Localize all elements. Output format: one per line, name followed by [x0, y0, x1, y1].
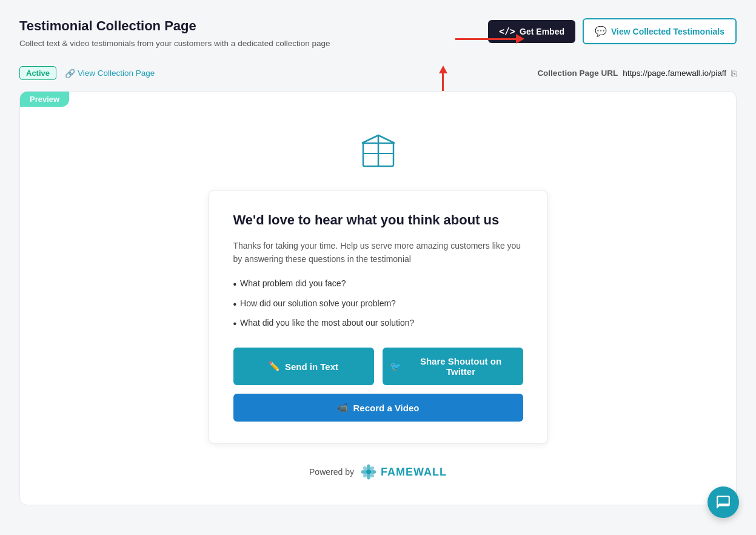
preview-badge: Preview — [20, 92, 69, 107]
view-testimonials-label: View Collected Testimonials — [611, 27, 724, 36]
status-row: Active 🔗 View Collection Page Collection… — [19, 66, 737, 80]
card-questions: What problem did you face? How did our s… — [233, 278, 523, 331]
twitter-shoutout-button[interactable]: 🐦 Share Shoutout on Twitter — [383, 348, 523, 385]
embed-arrow-annotation — [455, 34, 524, 44]
page-title: Testimonial Collection Page — [19, 18, 330, 34]
powered-by-label: Powered by — [309, 467, 354, 477]
card-description: Thanks for taking your time. Help us ser… — [233, 239, 523, 266]
pencil-icon: ✏️ — [269, 361, 280, 372]
view-collection-link[interactable]: 🔗 View Collection Page — [65, 69, 155, 78]
product-box-icon — [357, 128, 400, 173]
send-in-text-button[interactable]: ✏️ Send in Text — [233, 348, 374, 385]
famewall-brand-name: FAMEWALL — [381, 466, 447, 479]
twitter-icon: 🐦 — [390, 361, 401, 372]
card-title: We'd love to hear what you think about u… — [233, 212, 523, 228]
chat-square-icon: 💬 — [595, 25, 607, 37]
testimonial-card: We'd love to hear what you think about u… — [209, 190, 548, 444]
question-item-1: What problem did you face? — [233, 278, 523, 291]
external-link-icon: 🔗 — [65, 69, 75, 78]
view-testimonials-button[interactable]: 💬 View Collected Testimonials — [583, 18, 737, 44]
action-buttons-row: ✏️ Send in Text 🐦 Share Shoutout on Twit… — [233, 348, 523, 385]
record-video-button[interactable]: 📹 Record a Video — [233, 394, 523, 422]
collection-url-label: Collection Page URL — [537, 69, 618, 78]
chat-bubble-button[interactable] — [707, 486, 739, 518]
preview-container: Preview We'd love to hear what you think… — [19, 91, 737, 505]
famewall-logo: FAMEWALL — [360, 463, 447, 480]
video-icon: 📹 — [337, 402, 349, 413]
page-subtitle: Collect text & video testimonials from y… — [19, 39, 330, 48]
copy-icon[interactable]: ⎘ — [731, 68, 737, 78]
question-item-3: What did you like the most about our sol… — [233, 318, 523, 331]
video-label: Record a Video — [353, 403, 420, 413]
send-text-label: Send in Text — [285, 362, 338, 372]
powered-by-footer: Powered by FAMEWALL — [309, 463, 447, 480]
active-badge: Active — [19, 66, 56, 80]
collection-url-section: Collection Page URL https://page.famewal… — [537, 68, 737, 78]
view-collection-label: View Collection Page — [78, 69, 155, 78]
question-item-2: How did our solution solve your problem? — [233, 298, 523, 311]
embed-button-label: Get Embed — [520, 27, 564, 36]
collection-url-value: https://page.famewall.io/piaff — [623, 69, 726, 78]
twitter-label: Share Shoutout on Twitter — [406, 356, 516, 377]
